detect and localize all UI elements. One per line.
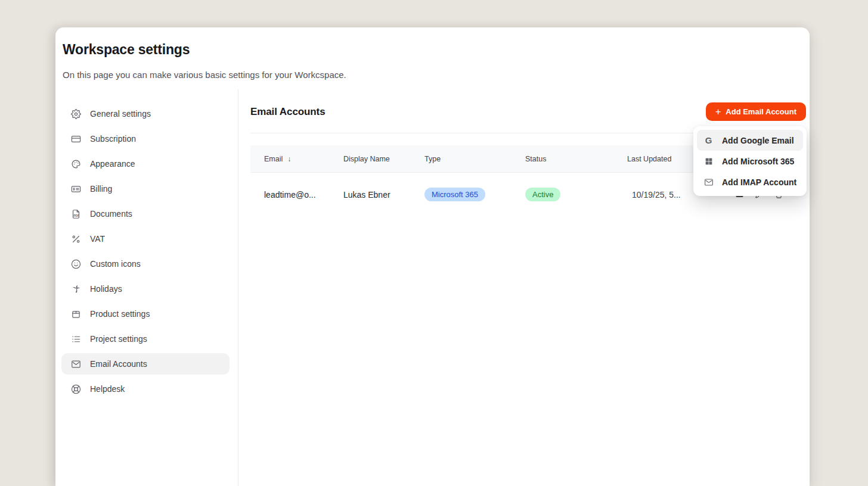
status-cell: Active <box>525 188 627 201</box>
sidebar-item-vat[interactable]: VAT <box>61 228 230 250</box>
sidebar-item-label: VAT <box>90 234 105 244</box>
settings-sidebar: General settings Subscription Appearance… <box>55 89 238 486</box>
page-title: Workspace settings <box>63 42 802 57</box>
sidebar-item-label: Helpdesk <box>90 384 125 394</box>
sidebar-item-appearance[interactable]: Appearance <box>61 153 230 175</box>
sidebar-item-label: Billing <box>90 184 112 194</box>
column-header-label: Email <box>264 155 283 163</box>
menu-item-label: Add Google Email <box>722 136 794 145</box>
sort-arrow-down-icon[interactable]: ↓ <box>287 155 291 163</box>
list-icon <box>70 334 81 344</box>
menu-item-label: Add IMAP Account <box>722 177 796 187</box>
percent-icon <box>70 233 81 244</box>
add-email-dropdown-menu: G Add Google Email Add Microsoft 365 Add… <box>693 126 807 196</box>
life-buoy-icon <box>70 384 81 394</box>
sidebar-item-project-settings[interactable]: Project settings <box>61 328 230 350</box>
column-header-type[interactable]: Type <box>424 155 525 163</box>
type-badge: Microsoft 365 <box>424 188 485 201</box>
menu-item-add-imap-account[interactable]: Add IMAP Account <box>697 172 803 192</box>
svg-text:PDF: PDF <box>73 214 79 217</box>
column-header-status[interactable]: Status <box>525 155 627 163</box>
column-header-email[interactable]: Email ↓ <box>264 155 343 163</box>
sidebar-item-label: Product settings <box>90 309 150 319</box>
sidebar-item-label: Holidays <box>90 284 122 294</box>
column-header-display-name[interactable]: Display Name <box>343 155 424 163</box>
sidebar-item-label: Appearance <box>90 159 135 169</box>
microsoft-grid-icon <box>703 156 714 166</box>
menu-item-label: Add Microsoft 365 <box>722 157 794 166</box>
sidebar-item-billing[interactable]: Billing <box>61 178 230 200</box>
sidebar-item-subscription[interactable]: Subscription <box>61 128 230 149</box>
page-subtitle: On this page you can make various basic … <box>63 69 802 89</box>
sidebar-item-label: Custom icons <box>90 259 141 269</box>
credit-card-icon <box>70 133 81 144</box>
gear-icon <box>70 108 81 119</box>
panel-header: Email Accounts + Add Email Account <box>250 102 806 121</box>
sidebar-item-label: General settings <box>90 109 151 119</box>
google-g-icon: G <box>703 135 714 145</box>
package-icon <box>70 309 81 319</box>
sidebar-item-custom-icons[interactable]: Custom icons <box>61 253 230 275</box>
menu-item-add-microsoft-365[interactable]: Add Microsoft 365 <box>697 151 803 172</box>
section-title: Email Accounts <box>250 106 326 118</box>
display-name-cell: Lukas Ebner <box>343 190 424 200</box>
envelope-icon <box>703 177 714 187</box>
sidebar-item-label: Email Accounts <box>90 359 147 369</box>
menu-item-add-google-email[interactable]: G Add Google Email <box>697 130 803 151</box>
type-cell: Microsoft 365 <box>424 188 525 201</box>
palette-icon <box>70 158 81 169</box>
banknote-icon <box>70 183 81 194</box>
sidebar-item-label: Subscription <box>90 134 136 144</box>
add-email-account-button[interactable]: + Add Email Account <box>706 102 806 121</box>
workspace-settings-card: Workspace settings On this page you can … <box>55 27 810 486</box>
palm-tree-icon <box>70 284 81 294</box>
sidebar-item-email-accounts[interactable]: Email Accounts <box>61 353 230 375</box>
sidebar-item-label: Project settings <box>90 334 147 344</box>
mail-icon <box>70 359 81 369</box>
file-pdf-icon: PDF <box>70 208 81 219</box>
sidebar-item-product-settings[interactable]: Product settings <box>61 303 230 325</box>
sidebar-item-general-settings[interactable]: General settings <box>61 103 230 124</box>
sidebar-item-holidays[interactable]: Holidays <box>61 278 230 300</box>
plus-icon: + <box>715 107 721 117</box>
card-header: Workspace settings On this page you can … <box>55 27 810 89</box>
sidebar-item-label: Documents <box>90 209 132 219</box>
smiley-icon <box>70 258 81 269</box>
email-cell: leadtime@o... <box>264 190 343 200</box>
sidebar-item-documents[interactable]: PDF Documents <box>61 203 230 225</box>
add-email-account-label: Add Email Account <box>726 107 796 116</box>
sidebar-item-helpdesk[interactable]: Helpdesk <box>61 378 230 400</box>
status-badge: Active <box>525 188 560 201</box>
